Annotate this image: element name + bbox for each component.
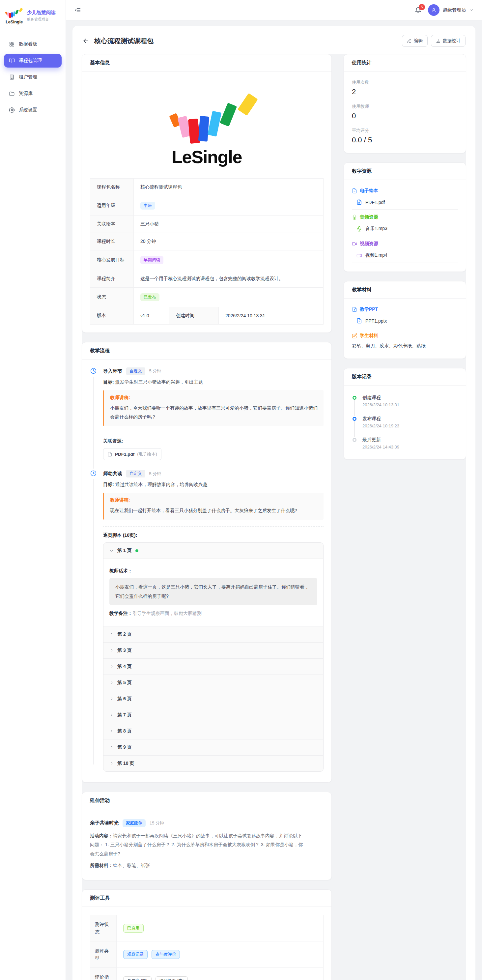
- stat-usage-count: 使用次数 2: [352, 80, 458, 96]
- page-5-toggle[interactable]: 第 5 页: [103, 675, 323, 690]
- sidebar-item-course-packages[interactable]: 课程包管理: [4, 54, 62, 68]
- file-name: 音乐1.mp3: [365, 226, 387, 232]
- bar-chart-icon: [436, 38, 441, 43]
- sidebar-item-settings[interactable]: 系统设置: [4, 103, 62, 117]
- field-value: v1.0: [134, 307, 169, 324]
- version-timeline: 创建课程 2026/2/24 10:13:31 发布课程 2026: [352, 393, 458, 452]
- main-area: 5 超级管理员: [66, 0, 482, 980]
- chevron-right-icon: [110, 713, 114, 717]
- ppt-file-item[interactable]: P PPT1.pptx: [352, 314, 458, 328]
- page-2-toggle[interactable]: 第 2 页: [103, 626, 323, 642]
- video-group: 视频资源 视频1.mp4: [352, 241, 458, 263]
- table-row: 测评状态 已启用: [90, 915, 323, 942]
- table-row: 状态 已发布: [90, 287, 323, 307]
- audio-file-item[interactable]: 音乐1.mp3: [352, 221, 458, 236]
- page-10-toggle[interactable]: 第 10 页: [103, 755, 323, 772]
- notification-badge: 5: [419, 4, 425, 10]
- svg-text:P: P: [354, 309, 355, 311]
- timeline-dot-blue: [353, 417, 356, 421]
- ebook-file-item[interactable]: PDF1.pdf: [352, 195, 458, 210]
- chevron-right-icon: [110, 648, 114, 652]
- field-label: 适用年级: [90, 196, 134, 215]
- field-value: 20 分钟: [134, 233, 323, 250]
- stat-teacher-count: 使用教师 0: [352, 103, 458, 120]
- content-area: 核心流程测试课程包 编辑 数据统计: [66, 21, 482, 980]
- flow-step-shared-reading: 师幼共读 自定义 5 分钟 目标:通过共读绘本，理解故事内容，培养阅读兴趣 教师…: [90, 470, 323, 775]
- field-value: 三只小猪: [134, 215, 323, 233]
- page-9-toggle[interactable]: 第 9 页: [103, 739, 323, 755]
- user-name: 超级管理员: [443, 7, 466, 13]
- step-name: 师幼共读: [103, 471, 122, 477]
- video-camera-icon: [356, 253, 362, 258]
- right-column: 使用统计 使用次数 2 使用教师 0: [344, 54, 466, 460]
- microphone-icon: [352, 215, 357, 220]
- edit-button[interactable]: 编辑: [402, 35, 428, 47]
- sidebar-item-label: 课程包管理: [19, 58, 42, 64]
- field-label: 测评类型: [90, 942, 117, 968]
- course-cover-logo: LeSingle: [90, 80, 323, 178]
- teacher-script-label: 教师讲稿:: [110, 395, 318, 401]
- table-row: 评价指标 参与度 (中) 理解能力 (中): [90, 967, 323, 980]
- page-label: 第 5 页: [117, 680, 132, 686]
- card-title: 教学流程: [82, 342, 331, 360]
- page-3-toggle[interactable]: 第 3 页: [103, 642, 323, 659]
- page-8-toggle[interactable]: 第 8 页: [103, 723, 323, 739]
- status-badge: 已发布: [140, 293, 159, 301]
- teaching-materials-card: 教学材料 P 教学PPT P PPT1.pptx: [344, 281, 466, 359]
- page-label: 第 9 页: [117, 745, 132, 750]
- assessment-type-badge: 参与度评价: [151, 950, 180, 959]
- field-value: 2026/2/24 10:13:31: [219, 307, 323, 324]
- step-goal: 目标:通过共读绘本，理解故事内容，培养阅读兴趣: [103, 481, 323, 489]
- back-button[interactable]: [83, 38, 89, 44]
- page-label: 第 4 页: [117, 663, 132, 670]
- step-name: 导入环节: [103, 368, 122, 374]
- building-icon: [9, 74, 15, 80]
- custom-tag: 自定义: [126, 368, 145, 375]
- page-4-toggle[interactable]: 第 4 页: [103, 659, 323, 675]
- table-row: 课程简介 这是一个用于核心流程测试的课程包，包含完整的阅读教学流程设计。: [90, 270, 323, 287]
- activity-duration: 15 分钟: [150, 820, 164, 826]
- sidebar-item-dashboard[interactable]: 数据看板: [4, 37, 62, 51]
- version-history-card: 版本记录 创建课程 2026/2/24 10:13:31: [344, 368, 466, 460]
- page-7-toggle[interactable]: 第 7 页: [103, 707, 323, 723]
- sidebar-item-label: 资源库: [19, 91, 33, 97]
- video-file-item[interactable]: 视频1.mp4: [352, 248, 458, 263]
- grade-badge: 中班: [140, 202, 155, 210]
- data-stats-button[interactable]: 数据统计: [431, 35, 466, 47]
- bell-icon[interactable]: 5: [415, 7, 422, 14]
- document-icon: [356, 199, 362, 205]
- goal-badge: 早期阅读: [140, 256, 164, 264]
- sidebar-item-label: 租户管理: [19, 74, 37, 80]
- resource-file-type: (电子绘本): [137, 451, 157, 457]
- brand-text: 少儿智慧阅读 服务管理后台: [27, 10, 56, 22]
- page-label: 第 3 页: [117, 648, 132, 654]
- user-menu[interactable]: 超级管理员: [428, 4, 473, 16]
- sidebar-item-tenants[interactable]: 租户管理: [4, 70, 62, 84]
- chevron-right-icon: [110, 729, 114, 733]
- student-materials-list: 彩笔、剪刀、胶水、彩色卡纸、贴纸: [352, 342, 458, 350]
- brand-title: 少儿智慧阅读: [27, 10, 56, 16]
- chevron-right-icon: [110, 745, 114, 749]
- menu-fold-icon[interactable]: [75, 7, 81, 14]
- page-1-toggle[interactable]: 第 1 页: [103, 543, 323, 558]
- edit-button-label: 编辑: [414, 38, 423, 44]
- table-row: 版本 v1.0 创建时间 2026/2/24 10:13:31: [90, 307, 323, 324]
- field-label: 核心发展目标: [90, 250, 134, 270]
- teacher-talk-label: 教师话术：: [110, 568, 317, 574]
- chevron-right-icon: [110, 632, 114, 636]
- page-6-toggle[interactable]: 第 6 页: [103, 690, 323, 707]
- table-row: 适用年级 中班: [90, 196, 323, 215]
- microphone-icon: [356, 226, 362, 232]
- sidebar: LeSingle 少儿智慧阅读 服务管理后台 数据看板 课程包管理: [0, 0, 66, 980]
- page-title: 核心流程测试课程包: [94, 37, 154, 46]
- brand-logo: LeSingle: [5, 6, 24, 24]
- card-title: 版本记录: [344, 368, 466, 385]
- metric-badge: 理解能力 (中): [156, 976, 188, 980]
- sidebar-item-resources[interactable]: 资源库: [4, 87, 62, 100]
- step-duration: 5 分钟: [149, 471, 161, 477]
- document-icon: [352, 188, 357, 193]
- chevron-down-icon: [469, 8, 473, 12]
- linked-resource-chip[interactable]: PDF1.pdf (电子绘本): [103, 448, 161, 460]
- field-label: 课程时长: [90, 233, 134, 250]
- avatar: [428, 4, 439, 16]
